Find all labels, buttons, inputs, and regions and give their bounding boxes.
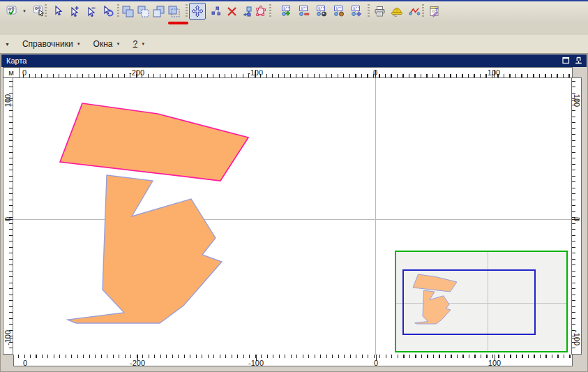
ruler-right: 100 0 -100: [571, 77, 582, 355]
ruler-bottom: 0 -200 -100 0 100: [13, 354, 573, 366]
paste-arrow-icon: [241, 6, 252, 17]
ruler-label: 0: [361, 68, 389, 77]
cursor-plus-icon: [69, 6, 80, 17]
squares-subtract-icon: [153, 6, 165, 17]
object-card-icon: ?: [428, 6, 440, 17]
cursor-minus-icon: [86, 6, 97, 17]
select-add-cursor-button[interactable]: [67, 3, 82, 20]
ruler-top: 0 -200 -100 0 100: [13, 67, 573, 78]
polygon-selected[interactable]: [60, 103, 248, 181]
polygon-feature[interactable]: [68, 175, 222, 323]
select-cursor-button[interactable]: [50, 3, 66, 20]
ruler-left: 100 0 -100: [3, 77, 13, 355]
legend-cursor-icon: [33, 5, 45, 17]
topology-visibility-button[interactable]: [314, 3, 329, 20]
ruler-label: 0: [3, 205, 12, 233]
svg-text:?: ?: [435, 7, 437, 12]
pan-move-tool-button[interactable]: [189, 3, 206, 20]
delete-x-icon: [227, 6, 237, 17]
ruler-label: 100: [573, 87, 581, 114]
ruler-label: 0: [573, 205, 581, 233]
ruler-unit-box[interactable]: м: [3, 67, 20, 78]
scatter-dots-icon: [211, 6, 222, 17]
ruler-label: -200: [123, 359, 151, 367]
squares-add-icon: [137, 6, 149, 17]
topology-remove-button[interactable]: [296, 3, 312, 20]
construction-tool-button[interactable]: [389, 3, 405, 20]
node-move-icon: [350, 5, 363, 17]
topology-style-button[interactable]: [331, 3, 347, 20]
map-canvas[interactable]: [13, 78, 571, 355]
squares-intersect-icon: [168, 6, 180, 17]
legend-settings-button[interactable]: [4, 3, 20, 20]
menu-spravochniki[interactable]: Справочники ▼: [22, 39, 81, 49]
chevron-down-icon: ▼: [141, 42, 145, 46]
maximize-icon[interactable]: [562, 57, 570, 64]
measure-line-button[interactable]: [407, 3, 422, 20]
cursor-icon: [52, 6, 63, 17]
print-map-button[interactable]: [372, 3, 387, 20]
overview-viewport-rect[interactable]: [402, 269, 536, 335]
topology-move-button[interactable]: [349, 3, 364, 20]
chevron-down-icon: ▼: [77, 42, 81, 46]
selection-mode-add-button[interactable]: [136, 3, 150, 20]
menu-overflow-arrow[interactable]: ▼: [5, 42, 10, 47]
node-remove-icon: [298, 5, 310, 17]
overview-minimap[interactable]: [395, 251, 568, 352]
menu-okna[interactable]: Окна ▼: [93, 39, 121, 49]
selection-mode-intersect-button[interactable]: [167, 3, 181, 20]
map-window-title: Карта: [6, 57, 27, 65]
scatter-objects-button[interactable]: [209, 3, 224, 20]
printer-icon: [374, 6, 386, 17]
main-toolbar: ▼: [0, 1, 588, 22]
ruler-label: -100: [241, 68, 269, 77]
ruler-label: 100: [481, 359, 508, 367]
cursor-redo-icon: [102, 6, 114, 17]
node-eye-icon: [315, 5, 328, 17]
map-window-titlebar[interactable]: Карта: [1, 54, 587, 67]
ruler-label: -200: [123, 68, 151, 77]
node-style-icon: [333, 5, 345, 17]
object-card-button[interactable]: ?: [426, 3, 442, 20]
ruler-label: -100: [242, 359, 270, 367]
menu-bar: ▼ Справочники ▼ Окна ▼ ? ▼: [0, 35, 588, 53]
ruler-label: -100: [573, 324, 581, 352]
menu-help[interactable]: ? ▼: [133, 39, 145, 49]
selection-mode-subtract-button[interactable]: [151, 3, 165, 20]
toolbar-separator: [117, 4, 119, 18]
map-window: Карта м 0 -200 -100 0 100: [0, 53, 588, 372]
hardhat-icon: [390, 6, 404, 17]
ruler-label: 100: [3, 87, 12, 114]
toolbar-separator: [368, 4, 370, 18]
squares-replace-icon: [122, 6, 134, 17]
ruler-label: 0: [11, 359, 39, 367]
delete-object-button[interactable]: [224, 3, 239, 20]
ruler-label: 0: [362, 359, 390, 367]
paste-to-map-button[interactable]: [239, 3, 254, 20]
chevron-down-icon: ▼: [116, 42, 120, 46]
node-add-icon: [280, 5, 293, 17]
red-annotation-underline: [168, 22, 188, 24]
edit-polygon-button[interactable]: [252, 3, 268, 20]
toolbar-separator: [186, 4, 188, 18]
toolbar-separator: [422, 4, 424, 18]
toolbar-separator: [269, 4, 271, 18]
move-arrows-icon: [191, 5, 204, 17]
ruler-label: -100: [3, 324, 12, 352]
topology-add-button[interactable]: [279, 3, 294, 20]
ruler-label: 100: [480, 68, 508, 77]
legend-check-icon: [6, 5, 18, 17]
pin-icon[interactable]: [575, 57, 582, 64]
select-reuse-cursor-button[interactable]: [100, 3, 116, 20]
zigzag-measure-icon: [409, 6, 421, 17]
app-root: { "window": { "title": "Карта", "unit": …: [0, 0, 588, 372]
polygon-vertices-icon: [255, 6, 266, 17]
legend-dropdown-arrow[interactable]: ▼: [22, 9, 27, 13]
selection-mode-replace-button[interactable]: [121, 3, 135, 20]
toolbar-separator: [45, 4, 47, 18]
select-subtract-cursor-button[interactable]: [84, 3, 99, 20]
